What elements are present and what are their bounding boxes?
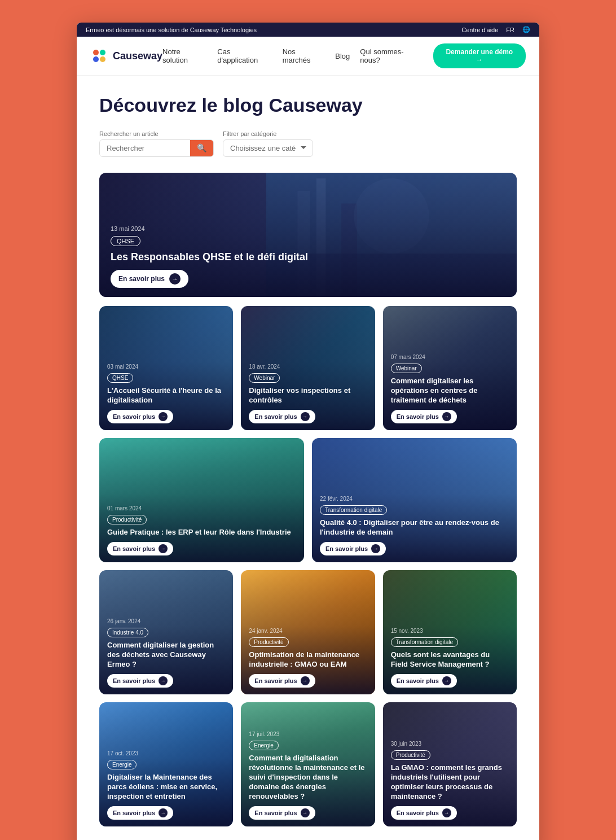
card-cta-arrow: → [159,808,168,817]
featured-title: Les Responsables QHSE et le défi digital [111,251,308,264]
card-tag[interactable]: Energie [107,760,137,769]
nav-qui-sommes[interactable]: Qui sommes-nous? [360,47,423,64]
card-title: Quels sont les avantages du Field Servic… [391,650,509,670]
card-title: Digitaliser vos inspections et contrôles [249,386,367,405]
card-cta-arrow: → [159,412,168,421]
article-card-4[interactable]: 22 févr. 2024 Transformation digitale Qu… [312,438,517,562]
card-date: 17 juil. 2023 [249,731,367,737]
article-card-1[interactable]: 18 avr. 2024 Webinar Digitaliser vos ins… [241,306,375,430]
svg-point-2 [93,56,99,62]
card-date: 30 juin 2023 [391,741,509,747]
article-card-7[interactable]: 15 nov. 2023 Transformation digitale Que… [383,570,517,694]
card-title: Comment digitaliser la gestion des déche… [107,641,225,670]
card-content: 17 juil. 2023 Energie Comment la digital… [241,724,375,826]
announcement-text: Ermeo est désormais une solution de Caus… [86,27,257,33]
card-tag[interactable]: Industrie 4.0 [107,628,148,637]
article-card-3[interactable]: 01 mars 2024 Productivité Guide Pratique… [99,438,304,562]
card-tag[interactable]: QHSE [107,373,133,383]
card-tag[interactable]: Energie [249,741,278,750]
nav-nos-marches[interactable]: Nos marchés [283,47,325,64]
card-cta[interactable]: En savoir plus → [107,410,173,423]
logo[interactable]: Causeway [90,47,162,65]
card-cta-arrow: → [301,412,310,421]
demo-button[interactable]: Demander une démo → [433,43,526,68]
card-cta-arrow: → [371,544,380,553]
card-content: 24 janv. 2024 Productivité Optimisation … [241,621,375,694]
card-date: 22 févr. 2024 [320,496,509,502]
card-content: 18 avr. 2024 Webinar Digitaliser vos ins… [241,357,375,430]
article-card-9[interactable]: 17 juil. 2023 Energie Comment la digital… [241,702,375,826]
card-tag[interactable]: Transformation digitale [320,505,387,515]
page-title: Découvrez le blog Causeway [99,94,517,117]
search-label: Rechercher un article [99,130,214,137]
card-title: Qualité 4.0 : Digitaliser pour être au r… [320,518,509,537]
card-cta[interactable]: En savoir plus → [249,806,315,820]
card-date: 26 janv. 2024 [107,618,225,624]
card-tag[interactable]: Webinar [391,364,422,373]
article-card-0[interactable]: 03 mai 2024 QHSE L'Accueil Sécurité à l'… [99,306,233,430]
card-cta-arrow: → [301,808,310,817]
card-tag[interactable]: Productivité [249,637,288,647]
filter-label: Filtrer par catégorie [223,130,313,137]
search-input[interactable] [100,140,190,156]
card-date: 17 oct. 2023 [107,750,225,756]
nav-notre-solution[interactable]: Notre solution [162,47,207,64]
card-cta-arrow: → [159,676,168,685]
article-card-6[interactable]: 24 janv. 2024 Productivité Optimisation … [241,570,375,694]
card-cta[interactable]: En savoir plus → [107,542,173,555]
featured-cta[interactable]: En savoir plus → [111,270,188,288]
search-button[interactable]: 🔍 [190,140,213,156]
featured-tag[interactable]: QHSE [111,236,140,246]
articles-grid-row4: 17 oct. 2023 Energie Digitaliser la Main… [99,702,517,826]
card-date: 18 avr. 2024 [249,364,367,370]
nav: Causeway Notre solution Cas d'applicatio… [77,37,539,76]
card-content: 07 mars 2024 Webinar Comment digitaliser… [383,347,517,430]
card-cta[interactable]: En savoir plus → [391,806,457,820]
card-content: 01 mars 2024 Productivité Guide Pratique… [99,498,304,562]
card-content: 30 juin 2023 Productivité La GMAO : comm… [383,734,517,826]
card-cta[interactable]: En savoir plus → [249,674,315,688]
logo-text: Causeway [113,50,162,62]
article-card-2[interactable]: 07 mars 2024 Webinar Comment digitaliser… [383,306,517,430]
search-filter-row: Rechercher un article 🔍 Filtrer par caté… [99,130,517,157]
nav-blog[interactable]: Blog [335,52,350,60]
featured-date: 13 mai 2024 [111,225,308,232]
card-cta[interactable]: En savoir plus → [391,410,457,423]
card-title: Guide Pratique : les ERP et leur Rôle da… [107,528,296,537]
card-cta-arrow: → [159,544,168,553]
nav-links: Notre solution Cas d'application Nos mar… [162,43,526,68]
language-selector[interactable]: FR [506,27,514,33]
card-content: 26 janv. 2024 Industrie 4.0 Comment digi… [99,611,233,694]
card-content: 15 nov. 2023 Transformation digitale Que… [383,621,517,694]
card-tag[interactable]: Webinar [249,373,280,383]
article-card-10[interactable]: 30 juin 2023 Productivité La GMAO : comm… [383,702,517,826]
card-cta[interactable]: En savoir plus → [391,674,457,688]
card-date: 03 mai 2024 [107,364,225,370]
card-cta-arrow: → [442,676,451,685]
card-date: 24 janv. 2024 [249,628,367,634]
category-select[interactable]: Choisissez une catégorie [223,139,313,157]
nav-cas-application[interactable]: Cas d'application [217,47,272,64]
filter-group: Filtrer par catégorie Choisissez une cat… [223,130,313,157]
card-title: Digitaliser la Maintenance des parcs éol… [107,773,225,802]
featured-card[interactable]: 13 mai 2024 QHSE Les Responsables QHSE e… [99,173,517,297]
card-cta[interactable]: En savoir plus → [249,410,315,423]
article-card-8[interactable]: 17 oct. 2023 Energie Digitaliser la Main… [99,702,233,826]
card-cta[interactable]: En savoir plus → [320,542,386,555]
card-content: 03 mai 2024 QHSE L'Accueil Sécurité à l'… [99,357,233,430]
help-center-link[interactable]: Centre d'aide [461,27,498,33]
card-tag[interactable]: Productivité [107,515,147,524]
articles-grid-row1: 03 mai 2024 QHSE L'Accueil Sécurité à l'… [99,306,517,430]
card-title: Comment la digitalisation révolutionne l… [249,754,367,801]
card-title: Optimisation de la maintenance industrie… [249,650,367,670]
logo-icon [90,47,108,65]
search-input-wrap: 🔍 [99,139,214,157]
svg-point-0 [93,50,99,55]
card-date: 01 mars 2024 [107,505,296,511]
card-tag[interactable]: Transformation digitale [391,637,458,647]
card-tag[interactable]: Productivité [391,750,430,760]
card-cta[interactable]: En savoir plus → [107,806,173,820]
globe-icon: 🌐 [522,26,530,33]
article-card-5[interactable]: 26 janv. 2024 Industrie 4.0 Comment digi… [99,570,233,694]
card-cta[interactable]: En savoir plus → [107,674,173,688]
